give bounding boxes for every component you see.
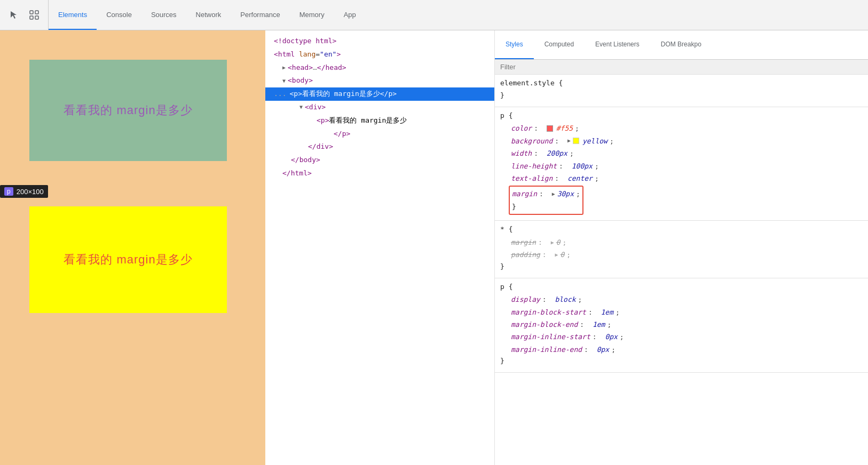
color-swatch-yellow[interactable] <box>573 138 579 144</box>
css-prop-color: color : #f55 ; <box>500 122 863 134</box>
css-prop-margin-star: margin : ▶ 0 ; <box>500 236 863 248</box>
devtools-toolbar: Elements Console Sources Network Perform… <box>0 0 868 30</box>
css-selector-p: p { <box>500 110 863 122</box>
size-tooltip: p 200×100 <box>0 185 48 198</box>
subtab-event-listeners[interactable]: Event Listeners <box>585 30 650 59</box>
green-box: 看看我的 margin是多少 <box>29 60 227 161</box>
tooltip-size: 200×100 <box>17 188 44 196</box>
svg-rect-0 <box>30 11 33 14</box>
tooltip-tag: p <box>4 187 13 196</box>
html-line: </div> <box>265 140 494 154</box>
css-section-element-style: element.style { } <box>495 75 868 107</box>
subtab-computed[interactable]: Computed <box>534 30 585 59</box>
green-box-text: 看看我的 margin是多少 <box>64 102 192 118</box>
filter-input[interactable] <box>500 63 863 71</box>
tab-network[interactable]: Network <box>186 0 231 30</box>
tab-sources[interactable]: Sources <box>141 0 186 30</box>
css-prop-margin-block-end: margin-block-end : 1em ; <box>500 318 863 331</box>
inspect-icon[interactable] <box>27 7 42 22</box>
svg-rect-2 <box>30 16 33 19</box>
expand-arrow-margin-star[interactable]: ▶ <box>551 238 554 247</box>
css-prop-background: background : ▶ yellow ; <box>500 135 863 147</box>
filter-bar <box>495 60 868 75</box>
html-line: ▼ <body> <box>265 74 494 87</box>
html-panel: <!doctype html> <html lang = "en" > ▶ <box>265 30 495 465</box>
main-area: 看看我的 margin是多少 p 200×100 看看我的 margin是多少 … <box>0 30 868 465</box>
cursor-icon[interactable] <box>6 7 21 22</box>
toolbar-tabs: Elements Console Sources Network Perform… <box>49 0 868 30</box>
styles-panel: element.style { } p { color <box>495 75 868 465</box>
html-line: <p> 看看我的 margin是多少 <box>265 114 494 127</box>
svg-rect-1 <box>35 11 38 14</box>
tab-elements[interactable]: Elements <box>49 0 97 30</box>
html-line: ▼ <div> <box>265 101 494 114</box>
css-close-brace: } <box>500 90 863 101</box>
html-line: ▶ <head> … </head> <box>265 61 494 75</box>
subtab-styles[interactable]: Styles <box>495 30 534 59</box>
expand-arrow-padding-star[interactable]: ▶ <box>555 250 558 260</box>
yellow-box: 看看我的 margin是多少 <box>29 206 227 313</box>
devtools-subtabs: Styles Computed Event Listeners DOM Brea… <box>495 30 868 60</box>
css-selector: element.style { <box>500 78 863 89</box>
css-close-brace-highlighted: } <box>512 201 580 213</box>
html-line: </html> <box>265 167 494 180</box>
css-section-universal: * { margin : ▶ 0 ; p <box>495 221 868 278</box>
html-line: <!doctype html> <box>265 35 494 48</box>
css-selector-universal: * { <box>500 224 863 235</box>
html-line: <html lang = "en" > <box>265 48 494 61</box>
css-prop-margin-inline-start: margin-inline-start : 0px ; <box>500 331 863 343</box>
toolbar-icons <box>0 0 49 30</box>
expand-arrow-background[interactable]: ▶ <box>567 136 571 146</box>
html-content: <!doctype html> <html lang = "en" > ▶ <box>265 30 494 185</box>
css-selector-p-ua: p { <box>500 282 863 293</box>
html-line: </body> <box>265 154 494 167</box>
css-prop-margin: margin : ▶ 30px ; <box>512 188 580 200</box>
expand-arrow-margin[interactable]: ▶ <box>552 189 555 199</box>
yellow-box-text: 看看我的 margin是多少 <box>64 252 192 268</box>
subtab-dom-breakpoints[interactable]: DOM Breakpo <box>650 30 712 59</box>
css-prop-width: width : 200px ; <box>500 147 863 159</box>
css-section-p-ua: p { display : block ; margin-block <box>495 278 868 373</box>
tab-performance[interactable]: Performance <box>231 0 289 30</box>
css-close-brace-p-ua: } <box>500 356 863 367</box>
tab-console[interactable]: Console <box>97 0 141 30</box>
svg-rect-3 <box>35 16 38 19</box>
css-section-p: p { color : #f55 ; <box>495 107 868 221</box>
tab-memory[interactable]: Memory <box>290 0 334 30</box>
html-line: </p> <box>265 127 494 141</box>
css-prop-padding-star: padding : ▶ 0 ; <box>500 248 863 261</box>
css-prop-display: display : block ; <box>500 293 863 306</box>
html-line-highlighted[interactable]: ... < p > 看看我的 margin是多少 </p> <box>265 87 494 101</box>
color-swatch-f55[interactable] <box>547 125 553 132</box>
css-prop-margin-block-start: margin-block-start : 1em ; <box>500 306 863 318</box>
css-prop-text-align: text-align : center ; <box>500 172 863 185</box>
css-close-brace-universal: } <box>500 261 863 272</box>
css-prop-margin-inline-end: margin-inline-end : 0px ; <box>500 343 863 356</box>
tab-app[interactable]: App <box>334 0 366 30</box>
webpage-panel: 看看我的 margin是多少 p 200×100 看看我的 margin是多少 <box>0 30 265 465</box>
css-prop-line-height: line-height : 100px ; <box>500 160 863 172</box>
margin-highlight-box: margin : ▶ 30px ; } <box>509 186 583 215</box>
